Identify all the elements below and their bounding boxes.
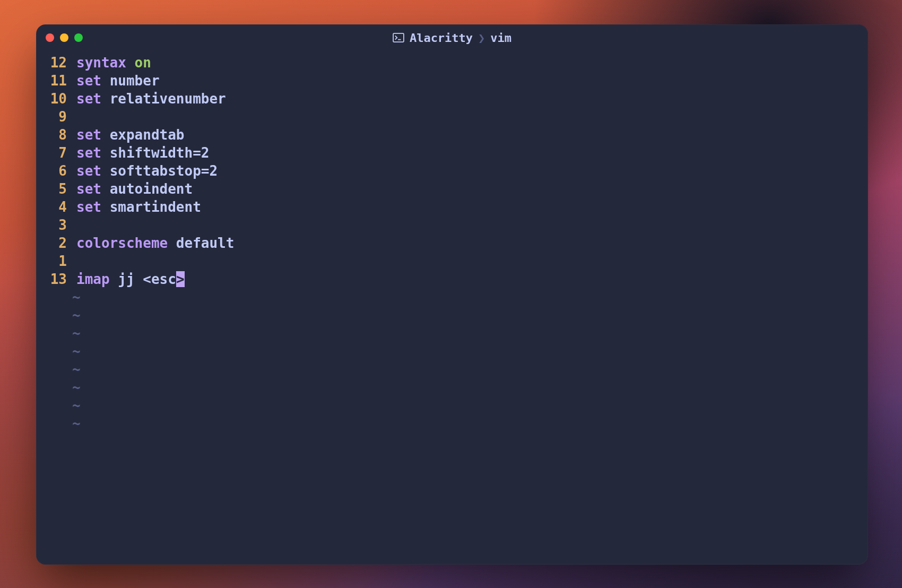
window-title: Alacritty ❯ vim: [36, 31, 868, 45]
line-content[interactable]: set relativenumber: [67, 90, 226, 108]
tilde: ~: [72, 397, 81, 415]
line-number: 4: [36, 198, 67, 217]
token-plain: [101, 127, 110, 143]
token-id: autoindent: [110, 181, 193, 197]
line-number: 3: [36, 217, 67, 235]
line-number: [36, 307, 67, 325]
editor-line[interactable]: 12syntax on: [36, 54, 868, 72]
tilde: ~: [72, 289, 81, 307]
svg-rect-0: [393, 33, 404, 42]
token-on: on: [135, 55, 151, 71]
empty-line-tilde: ~: [36, 361, 868, 379]
editor-line[interactable]: 7set shiftwidth=2: [36, 144, 868, 162]
line-number: 10: [36, 90, 67, 108]
line-number: 11: [36, 72, 67, 90]
line-number: 5: [36, 180, 67, 198]
line-number: [36, 415, 67, 433]
token-kw: set: [76, 181, 101, 197]
tilde: ~: [72, 343, 81, 361]
line-number: 12: [36, 54, 67, 72]
token-id: softtabstop: [110, 163, 201, 179]
line-content[interactable]: set smartindent: [67, 198, 201, 217]
empty-line-tilde: ~: [36, 415, 868, 433]
token-plain: [101, 181, 110, 197]
token-kw: set: [76, 199, 101, 215]
empty-line-tilde: ~: [36, 343, 868, 361]
titlebar[interactable]: Alacritty ❯ vim: [36, 24, 868, 51]
token-kw: set: [76, 73, 101, 89]
empty-line-tilde: ~: [36, 397, 868, 415]
editor-line[interactable]: 3: [36, 217, 868, 235]
editor-line[interactable]: 2colorscheme default: [36, 235, 868, 253]
terminal-window: Alacritty ❯ vim 12syntax on11set number1…: [36, 24, 868, 565]
editor-line[interactable]: 9: [36, 108, 868, 126]
token-plain: [101, 145, 110, 161]
line-number: [36, 343, 67, 361]
line-number: 8: [36, 126, 67, 144]
token-plain: [101, 73, 110, 89]
line-content[interactable]: set softtabstop=2: [67, 162, 218, 180]
empty-line-tilde: ~: [36, 325, 868, 343]
token-kw: syntax: [76, 55, 126, 71]
editor-line[interactable]: 10set relativenumber: [36, 90, 868, 108]
tilde: ~: [72, 379, 81, 397]
title-app: Alacritty: [410, 31, 473, 45]
tilde: ~: [72, 307, 81, 325]
editor-line[interactable]: 8set expandtab: [36, 126, 868, 144]
title-process: vim: [490, 31, 511, 45]
line-content[interactable]: imap jj <esc>: [67, 271, 185, 289]
line-content[interactable]: set autoindent: [67, 180, 193, 198]
line-number: 7: [36, 144, 67, 162]
window-controls: [46, 33, 83, 42]
line-number: 2: [36, 235, 67, 253]
editor-line[interactable]: 11set number: [36, 72, 868, 90]
empty-line-tilde: ~: [36, 379, 868, 397]
line-content[interactable]: set expandtab: [67, 126, 185, 144]
line-content[interactable]: syntax on: [67, 54, 151, 72]
close-button[interactable]: [46, 33, 54, 42]
token-plain: default: [168, 235, 234, 251]
token-id: number: [110, 73, 160, 89]
line-number: 6: [36, 162, 67, 180]
empty-line-tilde: ~: [36, 289, 868, 307]
terminal-icon: [393, 33, 404, 42]
editor-line[interactable]: 4set smartindent: [36, 198, 868, 217]
line-content[interactable]: colorscheme default: [67, 235, 234, 253]
token-kw: set: [76, 163, 101, 179]
zoom-button[interactable]: [74, 33, 83, 42]
token-plain: [101, 199, 110, 215]
editor-line-current[interactable]: 13imap jj <esc>: [36, 271, 868, 289]
empty-line-tilde: ~: [36, 307, 868, 325]
token-plain: jj: [118, 271, 143, 287]
token-id: esc: [151, 271, 176, 287]
line-number: [36, 289, 67, 307]
token-plain: =2: [193, 145, 209, 161]
token-kw: colorscheme: [76, 235, 168, 251]
token-plain: =2: [201, 163, 218, 179]
line-number: [36, 379, 67, 397]
line-number: 9: [36, 108, 67, 126]
token-plain: [101, 91, 110, 107]
editor-line[interactable]: 5set autoindent: [36, 180, 868, 198]
token-id: shiftwidth: [110, 145, 193, 161]
editor-line[interactable]: 1: [36, 253, 868, 271]
line-number: 13: [36, 271, 67, 289]
editor-viewport[interactable]: 12syntax on11set number10set relativenum…: [36, 51, 868, 565]
token-kw: imap: [76, 271, 118, 287]
line-number: 1: [36, 253, 67, 271]
tilde: ~: [72, 325, 81, 343]
line-number: [36, 325, 67, 343]
editor-line[interactable]: 6set softtabstop=2: [36, 162, 868, 180]
token-cursor: >: [176, 271, 185, 287]
token-plain: [101, 163, 110, 179]
line-content[interactable]: set number: [67, 72, 160, 90]
tilde: ~: [72, 415, 81, 433]
line-content[interactable]: set shiftwidth=2: [67, 144, 209, 162]
token-kw: set: [76, 91, 101, 107]
tilde: ~: [72, 361, 81, 379]
minimize-button[interactable]: [60, 33, 68, 42]
line-number: [36, 397, 67, 415]
token-id: expandtab: [110, 127, 185, 143]
line-number: [36, 361, 67, 379]
token-id: <: [143, 271, 151, 287]
